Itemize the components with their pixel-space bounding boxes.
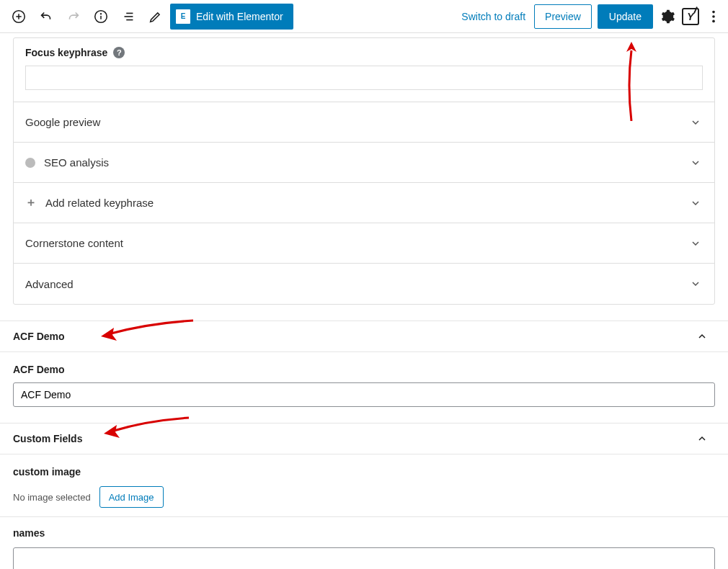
acf-field-label: ACF Demo xyxy=(13,364,715,375)
preview-button[interactable]: Preview xyxy=(534,4,592,29)
annotation-arrow-acf xyxy=(98,318,196,345)
custom-image-label: custom image xyxy=(13,466,715,478)
undo-button[interactable] xyxy=(33,4,59,30)
chevron-up-icon xyxy=(696,433,708,444)
cornerstone-row[interactable]: Cornerstone content xyxy=(14,223,714,264)
google-preview-row[interactable]: Google preview xyxy=(14,102,714,143)
elementor-label: Edit with Elementor xyxy=(196,11,283,22)
edit-mode-button[interactable] xyxy=(143,4,169,30)
names-label: names xyxy=(13,527,715,539)
settings-icon[interactable] xyxy=(659,8,676,25)
cornerstone-label: Cornerstone content xyxy=(25,237,123,249)
no-image-text: No image selected xyxy=(13,492,91,503)
seo-analysis-label: SEO analysis xyxy=(44,156,109,169)
custom-fields-title: Custom Fields xyxy=(13,433,82,444)
help-icon[interactable]: ? xyxy=(113,47,125,58)
chevron-down-icon xyxy=(690,278,701,290)
google-preview-label: Google preview xyxy=(25,116,100,128)
advanced-row[interactable]: Advanced xyxy=(14,264,714,304)
outline-button[interactable] xyxy=(115,4,141,30)
edit-with-elementor-button[interactable]: E Edit with Elementor xyxy=(170,4,293,30)
chevron-down-icon xyxy=(690,117,701,128)
add-block-button[interactable] xyxy=(6,4,32,30)
plus-icon: ＋ xyxy=(25,195,37,210)
focus-keyphrase-input[interactable] xyxy=(25,66,703,90)
add-related-keyphrase-row[interactable]: ＋ Add related keyphrase xyxy=(14,183,714,223)
chevron-down-icon xyxy=(690,238,701,249)
elementor-icon: E xyxy=(176,9,190,24)
focus-keyphrase-label: Focus keyphrase xyxy=(25,47,107,58)
add-related-label: Add related keyphrase xyxy=(45,197,154,209)
svg-point-10 xyxy=(712,15,715,18)
annotation-arrow-custom-fields xyxy=(101,415,192,442)
chevron-up-icon xyxy=(696,331,708,342)
chevron-down-icon xyxy=(690,197,701,209)
switch-to-draft-link[interactable]: Switch to draft xyxy=(461,11,525,22)
acf-panel-title: ACF Demo xyxy=(13,331,65,342)
svg-point-11 xyxy=(712,19,715,22)
more-options-icon[interactable] xyxy=(705,8,722,25)
seo-status-dot-icon xyxy=(25,158,35,168)
redo-button[interactable] xyxy=(61,4,86,30)
svg-point-5 xyxy=(101,13,102,14)
seo-analysis-row[interactable]: SEO analysis xyxy=(14,143,714,183)
add-image-button[interactable]: Add Image xyxy=(99,486,164,508)
acf-demo-input[interactable] xyxy=(13,382,715,407)
advanced-label: Advanced xyxy=(25,278,74,290)
info-button[interactable] xyxy=(88,4,114,30)
update-button[interactable]: Update xyxy=(598,4,653,29)
svg-point-9 xyxy=(712,10,715,13)
yoast-icon[interactable]: Y xyxy=(682,8,699,25)
chevron-down-icon xyxy=(690,157,701,169)
names-input[interactable] xyxy=(13,547,715,569)
